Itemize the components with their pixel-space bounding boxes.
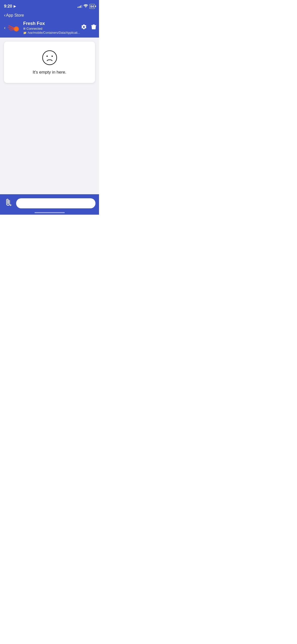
bottom-bar	[0, 194, 99, 215]
app-path: 📁 /var/mobile/Containers/Data/Applicati.…	[23, 31, 80, 35]
app-store-nav-bar: ‹ App Store	[0, 11, 99, 19]
status-left: 9:20 ▶	[4, 4, 16, 9]
status-bar: 9:20 ▶ 84	[0, 0, 99, 11]
status-time: 9:20	[4, 4, 12, 9]
location-icon: ▶	[14, 5, 16, 8]
windows-icon: ⊞	[23, 27, 25, 30]
path-text: /var/mobile/Containers/Data/Applicati...	[28, 31, 80, 35]
home-indicator	[35, 212, 65, 213]
sad-face-icon	[42, 50, 58, 66]
nav-info: Fresh Fox ⊞ Connected 📁 /var/mobile/Cont…	[23, 21, 80, 35]
app-store-back[interactable]: ‹ App Store	[4, 13, 24, 18]
empty-state-card: It's empty in here.	[4, 42, 95, 83]
back-chevron-icon: ‹	[4, 13, 6, 18]
app-store-label: App Store	[6, 13, 24, 18]
battery-level: 84	[90, 5, 94, 8]
nav-back-button[interactable]: ‹	[4, 25, 6, 30]
empty-message: It's empty in here.	[33, 70, 67, 75]
nav-bar: ‹ Fresh Fox ⊞ Connected	[0, 19, 99, 38]
nav-center: Fresh Fox ⊞ Connected 📁 /var/mobile/Cont…	[8, 21, 80, 35]
attach-file-button[interactable]	[4, 197, 14, 210]
svg-line-3	[10, 30, 15, 31]
svg-point-10	[51, 56, 53, 57]
app-title: Fresh Fox	[23, 21, 80, 26]
message-input[interactable]	[16, 198, 95, 208]
settings-button[interactable]	[80, 23, 88, 33]
status-right: 84	[78, 4, 95, 9]
svg-point-7	[15, 27, 18, 31]
wifi-icon	[84, 4, 88, 8]
folder-icon: 📁	[23, 31, 27, 35]
app-icon	[8, 21, 21, 34]
signal-bars	[78, 5, 82, 8]
svg-point-9	[46, 56, 48, 57]
app-status: ⊞ Connected	[23, 27, 80, 30]
nav-back-arrow-icon: ‹	[4, 25, 6, 30]
delete-button[interactable]	[90, 23, 97, 33]
nav-actions	[80, 23, 97, 33]
battery-indicator: 84	[89, 4, 95, 9]
connection-status: Connected	[26, 27, 42, 30]
svg-point-8	[43, 51, 57, 65]
main-content: It's empty in here.	[0, 38, 99, 206]
